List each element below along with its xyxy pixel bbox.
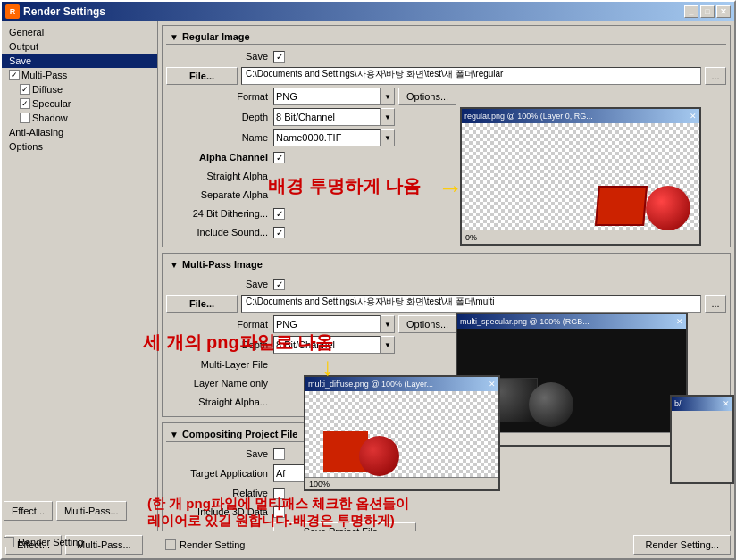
mp-file-input[interactable]: C:\Documents and Settings\사용자\바탕 화면\test…: [241, 295, 701, 313]
depth-dropdown-arrow[interactable]: ▼: [381, 108, 395, 126]
minimize-button[interactable]: _: [684, 5, 698, 18]
comp-target-row: Target Application Af ▼: [166, 464, 726, 482]
name-label: Name: [166, 132, 273, 143]
mp-format-dropdown[interactable]: PNG: [273, 315, 381, 333]
alpha-value: ✓: [273, 152, 726, 163]
alpha-label: Alpha Channel: [166, 152, 273, 163]
mp-depth-dropdown[interactable]: 8 Bit/Channel: [273, 336, 381, 354]
alpha-row: Alpha Channel ✓: [166, 149, 726, 165]
file-row: File... C:\Documents and Settings\사용자\바탕…: [166, 67, 726, 85]
comp-relative-value: [273, 488, 726, 499]
mp-file-value: File... C:\Documents and Settings\사용자\바탕…: [166, 295, 726, 313]
comp-save-checkbox[interactable]: [273, 448, 285, 460]
close-button[interactable]: ✕: [716, 5, 731, 18]
maximize-button[interactable]: □: [700, 5, 715, 18]
straight-alpha-row: Straight Alpha: [166, 168, 726, 184]
effect-button[interactable]: Effect...: [4, 501, 53, 521]
sidebar-item-specular[interactable]: ✓ Specular: [2, 96, 157, 111]
multi-pass-image-title: Multi-Pass Image: [182, 259, 263, 270]
format-options-button[interactable]: Options...: [398, 88, 456, 105]
comp-saveproject-button[interactable]: Save Project File...: [273, 522, 416, 531]
options-label: Options: [9, 141, 43, 152]
alpha-checkbox[interactable]: ✓: [273, 152, 285, 163]
format-row: Format PNG ▼ Options...: [166, 88, 726, 105]
antialiasing-label: Anti-Aliasing: [9, 127, 63, 138]
format-dropdown[interactable]: PNG: [273, 88, 381, 105]
mp-depth-label: Depth: [166, 339, 273, 350]
general-label: General: [9, 27, 44, 38]
sidebar-item-multipass[interactable]: ✓ Multi-Pass: [2, 68, 157, 82]
render-settings-window: R Render Settings _ □ ✕ General Output S…: [0, 0, 736, 560]
comp-include3d-row: Include 3D Data: [166, 504, 726, 520]
sidebar-item-save[interactable]: Save: [2, 54, 157, 68]
mp-format-dropdown-arrow[interactable]: ▼: [381, 315, 395, 333]
file-dots-button[interactable]: ...: [705, 67, 726, 85]
mp-depth-dropdown-arrow[interactable]: ▼: [381, 336, 395, 354]
mp-layername-row: Layer Name only: [166, 375, 726, 391]
mp-save-checkbox[interactable]: ✓: [273, 279, 285, 290]
name-dropdown-arrow[interactable]: ▼: [381, 129, 395, 146]
diffuse-checkbox[interactable]: ✓: [20, 84, 30, 95]
dithering-row: 24 Bit Dithering... ✓: [166, 205, 726, 221]
right-panel: ▼ Regular Image Save ✓ File... C:\Docume…: [158, 21, 734, 531]
mp-file-dots-button[interactable]: ...: [705, 295, 726, 313]
multipass-checkbox[interactable]: ✓: [9, 70, 20, 80]
file-browse-button[interactable]: File...: [166, 67, 238, 85]
save-checkbox[interactable]: ✓: [273, 51, 285, 63]
save-field-label: Save: [166, 51, 273, 62]
separate-alpha-label: Separate Alpha: [166, 189, 273, 200]
mp-layername-label: Layer Name only: [166, 378, 273, 389]
format-value: PNG ▼ Options...: [273, 88, 726, 105]
dithering-label: 24 Bit Dithering...: [166, 208, 273, 219]
main-content: General Output Save ✓ Multi-Pass ✓ Diffu…: [2, 21, 734, 531]
multi-pass-button[interactable]: Multi-Pass...: [56, 501, 127, 521]
multi-pass-image-section: ▼ Multi-Pass Image Save ✓ File... C:\Doc…: [162, 253, 731, 417]
sidebar-item-options[interactable]: Options: [2, 139, 157, 154]
name-dropdown[interactable]: Name0000.TIF: [273, 129, 381, 146]
sidebar: General Output Save ✓ Multi-Pass ✓ Diffu…: [2, 21, 158, 531]
comp-relative-label: Relative: [166, 488, 273, 498]
shadow-checkbox[interactable]: [20, 113, 30, 123]
file-field-value: File... C:\Documents and Settings\사용자\바탕…: [166, 67, 726, 85]
include-sound-checkbox[interactable]: ✓: [273, 227, 285, 238]
specular-checkbox[interactable]: ✓: [20, 98, 30, 109]
dithering-value: ✓: [273, 208, 726, 220]
mp-straightalpha-row: Straight Alpha...: [166, 394, 726, 410]
comp-save-label: Save: [166, 448, 273, 459]
diffuse-label: Diffuse: [32, 84, 63, 95]
file-path-input[interactable]: C:\Documents and Settings\사용자\바탕 화면\test…: [241, 67, 701, 85]
titlebar: R Render Settings _ □ ✕: [2, 2, 734, 21]
comp-include3d-checkbox[interactable]: [273, 506, 285, 518]
comp-saveproject-row: Save Project File...: [166, 522, 726, 531]
mp-file-button[interactable]: File...: [166, 295, 238, 313]
comp-target-arrow[interactable]: ▼: [345, 464, 359, 482]
comp-save-value: [273, 448, 726, 460]
sidebar-item-diffuse[interactable]: ✓ Diffuse: [2, 82, 157, 96]
depth-dropdown[interactable]: 8 Bit/Channel: [273, 108, 381, 126]
sidebar-item-output[interactable]: Output: [2, 39, 157, 54]
comp-relative-checkbox[interactable]: [273, 488, 285, 499]
sidebar-item-general[interactable]: General: [2, 25, 157, 39]
sidebar-item-shadow[interactable]: Shadow: [2, 111, 157, 125]
mp-straightalpha-label: Straight Alpha...: [166, 397, 273, 407]
compositing-header: ▼ Compositing Project File: [166, 427, 726, 442]
include-sound-value: ✓: [273, 227, 726, 238]
comp-target-label: Target Application: [166, 468, 273, 479]
mp-format-label: Format: [166, 319, 273, 330]
format-dropdown-arrow[interactable]: ▼: [381, 88, 395, 105]
depth-row: Depth 8 Bit/Channel ▼: [166, 108, 726, 126]
straight-alpha-label: Straight Alpha: [166, 171, 273, 181]
comp-relative-row: Relative: [166, 485, 726, 501]
multipass-label: Multi-Pass: [21, 70, 67, 80]
output-label: Output: [9, 41, 38, 52]
mp-multilayer-label: Multi-Layer File: [166, 359, 273, 370]
depth-value: 8 Bit/Channel ▼: [273, 108, 726, 126]
comp-save-row: Save: [166, 446, 726, 462]
window-title: Render Settings: [23, 5, 105, 18]
comp-target-value: Af ▼: [273, 464, 726, 482]
dithering-checkbox[interactable]: ✓: [273, 208, 285, 220]
specular-label: Specular: [32, 98, 71, 109]
comp-target-dropdown[interactable]: Af: [273, 464, 345, 482]
sidebar-item-antialiasing[interactable]: Anti-Aliasing: [2, 125, 157, 139]
mp-format-options-button[interactable]: Options...: [398, 315, 456, 333]
